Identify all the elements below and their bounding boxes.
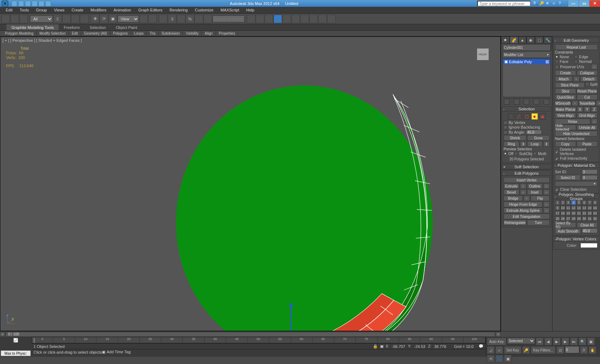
sg-button-28[interactable]: 28 — [571, 216, 576, 221]
menu-animation[interactable]: Animation — [110, 7, 135, 13]
curve-editor-icon[interactable] — [282, 15, 291, 23]
loop-spinner[interactable]: ⇕ — [543, 141, 550, 147]
menu-group[interactable]: Group — [32, 7, 51, 13]
ignore-backfacing-checkbox[interactable] — [504, 125, 508, 129]
view-align-button[interactable]: View Align — [555, 113, 576, 118]
preserve-uv-checkbox[interactable] — [555, 65, 559, 69]
loop-button[interactable]: Loop — [527, 141, 543, 147]
sg-button-21[interactable]: 21 — [576, 211, 581, 216]
tab-graphite[interactable]: Graphite Modeling Tools — [6, 24, 59, 30]
lock-icon[interactable]: 🔒 — [373, 344, 378, 349]
selection-filter-dropdown[interactable]: All — [30, 15, 53, 23]
remove-modifier-icon[interactable] — [534, 99, 539, 105]
object-color-swatch[interactable] — [551, 44, 551, 51]
shrink-button[interactable]: Shrink — [504, 135, 526, 141]
constraint-normal-radio[interactable] — [574, 60, 578, 63]
configure-sets-icon[interactable] — [544, 99, 549, 105]
flip-button[interactable]: Flip — [531, 195, 550, 201]
layers-icon[interactable] — [265, 15, 273, 23]
relax-settings-icon[interactable]: ▫ — [591, 119, 598, 124]
favorites-icon[interactable]: ☆ — [552, 1, 557, 6]
mirror-icon[interactable] — [247, 15, 255, 23]
outline-settings-icon[interactable]: ▫ — [543, 183, 550, 189]
link-icon[interactable] — [1, 15, 10, 23]
collapse-button[interactable]: Collapse — [577, 70, 598, 76]
modifier-list-dropdown[interactable]: Modifier List — [502, 51, 551, 58]
menu-maxscript[interactable]: MAXScript — [217, 7, 243, 13]
by-angle-spinner[interactable]: 45.0 — [526, 130, 542, 135]
inset-settings-icon[interactable]: ▫ — [543, 189, 550, 195]
retriangulate-button[interactable]: Retriangulate — [504, 220, 526, 225]
sg-button-5[interactable]: 5 — [576, 200, 581, 205]
auto-smooth-button[interactable]: Auto Smooth — [555, 228, 581, 234]
sg-button-31[interactable]: 31 — [587, 216, 592, 221]
modify-tab-icon[interactable]: 🌈 — [510, 36, 518, 44]
align-icon[interactable] — [256, 15, 264, 23]
show-end-result-icon[interactable] — [514, 99, 520, 105]
setkey-large-icon[interactable]: 🔑 — [522, 346, 530, 354]
hinge-settings-icon[interactable]: ▫ — [543, 201, 550, 207]
setkey-button[interactable]: Set Key — [504, 346, 521, 354]
sg-button-6[interactable]: 6 — [582, 200, 587, 205]
sg-button-2[interactable]: 2 — [560, 200, 565, 205]
edit-tri-button[interactable]: Edit Triangulation — [504, 214, 550, 219]
menu-views[interactable]: Views — [50, 7, 68, 13]
viewcube[interactable]: FRONT — [477, 48, 489, 60]
key-filters-button[interactable]: Key Filters... — [531, 346, 556, 354]
create-tab-icon[interactable]: ✹ — [501, 36, 510, 44]
hierarchy-tab-icon[interactable]: ▲ — [518, 36, 527, 44]
paste-named-button[interactable]: Paste — [577, 141, 598, 147]
constraint-face-radio[interactable] — [555, 60, 559, 63]
sg-button-24[interactable]: 24 — [592, 211, 598, 216]
nav-zoomall-icon[interactable]: ▣ — [587, 338, 595, 345]
object-name-input[interactable] — [502, 44, 551, 51]
nav-walk-icon[interactable]: 👣 — [495, 355, 503, 363]
clear-selection-checkbox[interactable] — [555, 188, 559, 191]
mini-curve-editor-icon[interactable]: 📈 — [0, 337, 31, 343]
subobj-element-icon[interactable]: ▣ — [539, 113, 546, 120]
coord-x[interactable]: -56.707 — [390, 344, 406, 349]
detach-button[interactable]: Detach — [580, 76, 598, 82]
attach-list-icon[interactable]: ▫ — [573, 76, 580, 82]
sg-button-11[interactable]: 11 — [566, 205, 571, 210]
utilities-tab-icon[interactable]: 🔧 — [544, 36, 552, 44]
percent-snap-icon[interactable]: % — [186, 15, 194, 23]
next-frame-icon[interactable]: ▶ — [561, 338, 569, 345]
sg-button-9[interactable]: 9 — [555, 205, 560, 210]
planar-x-button[interactable]: X — [577, 106, 583, 112]
rsub-polygons[interactable]: Polygons — [110, 31, 131, 36]
sg-button-29[interactable]: 29 — [576, 216, 581, 221]
preview-off-radio[interactable] — [504, 152, 507, 155]
isolate-icon[interactable]: ▣ — [380, 344, 384, 349]
pivot-icon[interactable] — [139, 15, 148, 23]
ribbon-toggle-icon[interactable] — [274, 15, 282, 23]
extrude-button[interactable]: Extrude — [504, 183, 519, 189]
coord-z[interactable]: 38.776 — [433, 344, 448, 349]
sg-button-13[interactable]: 13 — [576, 205, 581, 210]
render-icon[interactable] — [327, 15, 336, 23]
bridge-settings-icon[interactable]: ▫ — [524, 195, 530, 201]
extrude-settings-icon[interactable]: ▫ — [520, 183, 526, 189]
preview-multi-radio[interactable] — [533, 152, 537, 155]
sg-button-1[interactable]: 1 — [555, 200, 560, 205]
snap-toggle-icon[interactable]: 3 — [168, 15, 176, 23]
help-icon[interactable]: ? — [559, 1, 564, 6]
cut-button[interactable]: Cut — [577, 94, 598, 100]
search-input[interactable] — [477, 1, 531, 6]
rsub-subdivision[interactable]: Subdivision — [159, 31, 183, 36]
rsub-edit[interactable]: Edit — [69, 31, 81, 36]
menu-customize[interactable]: Customize — [191, 7, 217, 13]
rollout-soft-selection-header[interactable]: +Soft Selection — [502, 164, 551, 169]
ring-button[interactable]: Ring — [504, 141, 519, 147]
sg-button-23[interactable]: 23 — [587, 211, 592, 216]
sg-button-32[interactable]: 32 — [592, 216, 598, 221]
planar-y-button[interactable]: Y — [584, 106, 590, 112]
viewport-label[interactable]: [ + ] [ Perspective ] [ Shaded + Edged F… — [2, 38, 82, 43]
by-angle-checkbox[interactable] — [504, 130, 508, 134]
select-id-spinner[interactable]: 3 — [582, 175, 598, 180]
attach-button[interactable]: Attach — [555, 76, 572, 82]
slice-plane-button[interactable]: Slice Plane — [555, 82, 585, 88]
rendered-frame-icon[interactable] — [318, 15, 327, 23]
unhide-all-button[interactable]: Unhide All — [577, 125, 598, 130]
menu-help[interactable]: Help — [243, 7, 258, 13]
